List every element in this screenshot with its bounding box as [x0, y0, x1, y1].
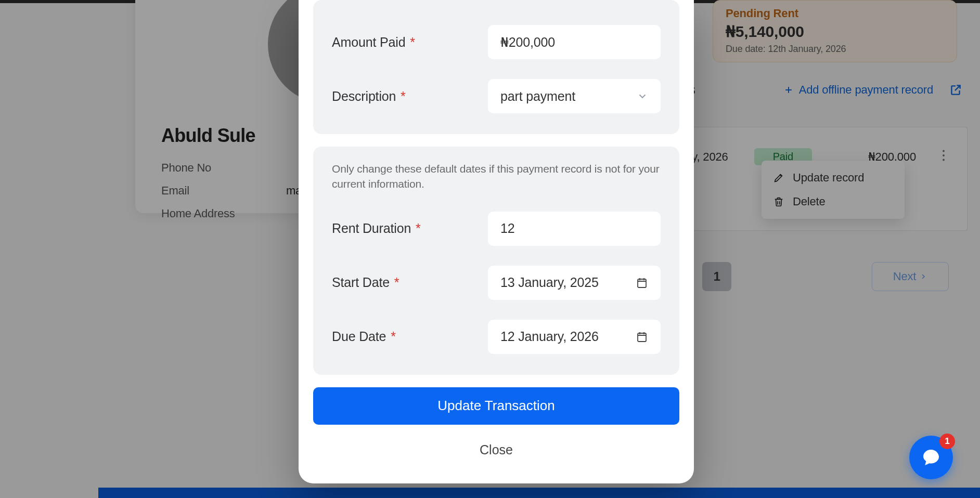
chat-button[interactable]: 1: [909, 436, 953, 479]
due-date-label: Due Date *: [332, 329, 488, 344]
amount-paid-label: Amount Paid *: [332, 35, 488, 50]
date-help-text: Only change these default dates if this …: [332, 161, 661, 192]
calendar-icon: [636, 331, 648, 343]
start-date-input[interactable]: 13 January, 2025: [488, 266, 661, 300]
calendar-icon: [636, 277, 648, 289]
amount-paid-input[interactable]: ₦200,000: [488, 25, 661, 59]
update-transaction-button[interactable]: Update Transaction: [313, 387, 679, 425]
chevron-down-icon: [637, 90, 648, 102]
svg-rect-5: [638, 333, 646, 342]
chat-icon: [921, 447, 942, 468]
rent-duration-label: Rent Duration *: [332, 221, 488, 236]
svg-rect-4: [638, 279, 646, 287]
description-select[interactable]: part payment: [488, 79, 661, 113]
update-transaction-modal: Amount Paid * ₦200,000 Description * par…: [299, 0, 694, 483]
start-date-label: Start Date *: [332, 275, 488, 290]
description-label: Description *: [332, 89, 488, 104]
due-date-input[interactable]: 12 January, 2026: [488, 320, 661, 354]
rent-duration-input[interactable]: 12: [488, 212, 661, 246]
close-button[interactable]: Close: [313, 442, 679, 457]
chat-badge: 1: [939, 434, 955, 449]
